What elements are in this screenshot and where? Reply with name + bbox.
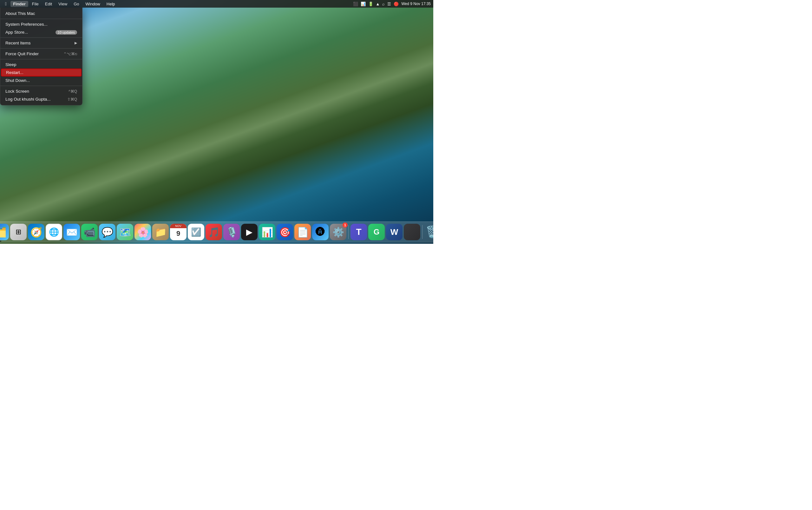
menu-forcequit-shortcut: ⌃⌥⌘⎋ bbox=[63, 52, 77, 56]
dock-launchpad[interactable]: ⊞ bbox=[10, 224, 27, 240]
dock-numbers[interactable]: 📊 bbox=[259, 224, 275, 240]
menu-restart[interactable]: Restart... bbox=[1, 68, 82, 77]
menubar:  Finder File Edit View Go Window Help ⬛… bbox=[0, 0, 433, 8]
finder-icon: 🗂️ bbox=[0, 227, 7, 238]
wifi-icon[interactable]: ▲ bbox=[376, 2, 380, 6]
menu-logout-shortcut: ⇧⌘Q bbox=[67, 97, 77, 102]
menu-sysprefs-label: System Preferences... bbox=[5, 22, 77, 27]
menu-appstore-badge: 10 updates bbox=[56, 30, 77, 35]
dock-trash[interactable]: 🗑️ bbox=[424, 224, 433, 240]
dock-chrome[interactable]: 🌐 bbox=[46, 224, 62, 240]
menubar-window[interactable]: Window bbox=[83, 1, 103, 7]
menu-force-quit[interactable]: Force Quit Finder ⌃⌥⌘⎋ bbox=[0, 50, 82, 58]
dock-podcasts[interactable]: 🎙️ bbox=[223, 224, 240, 240]
menu-logout[interactable]: Log Out khushi Gupta... ⇧⌘Q bbox=[0, 95, 82, 103]
menubar-file[interactable]: File bbox=[30, 1, 41, 7]
menu-app-store[interactable]: App Store... 10 updates bbox=[0, 28, 82, 36]
appletv-icon: ▶ bbox=[246, 227, 252, 237]
menu-shutdown-label: Shut Down... bbox=[5, 78, 77, 83]
controlcenter-icon[interactable]: ☰ bbox=[387, 2, 391, 6]
menubar-finder[interactable]: Finder bbox=[10, 1, 28, 7]
dock-music[interactable]: 🎵 bbox=[206, 224, 222, 240]
dock-reminders[interactable]: ☑️ bbox=[188, 224, 204, 240]
dock-files[interactable]: 📁 bbox=[152, 224, 169, 240]
calendar-header-label: NOV bbox=[170, 224, 186, 228]
siri-icon[interactable]: 🔴 bbox=[394, 2, 399, 6]
dock-greader[interactable]: G bbox=[368, 224, 385, 240]
menu-forcequit-label: Force Quit Finder bbox=[5, 51, 63, 56]
dock-divider-2 bbox=[422, 225, 422, 239]
keynote-icon: 🎯 bbox=[279, 227, 291, 238]
menubar-view[interactable]: View bbox=[56, 1, 70, 7]
menu-shutdown[interactable]: Shut Down... bbox=[0, 77, 82, 84]
battery-icon[interactable]: 🔋 bbox=[368, 2, 373, 6]
apple-menu-button[interactable]:  bbox=[3, 1, 9, 7]
dock-systemprefs[interactable]: ⚙️ 1 bbox=[330, 224, 347, 240]
word-icon: W bbox=[390, 227, 398, 237]
finder-running-dot bbox=[0, 240, 1, 242]
podcasts-icon: 🎙️ bbox=[226, 227, 238, 238]
dock-word[interactable]: W bbox=[386, 224, 402, 240]
menu-system-preferences[interactable]: System Preferences... bbox=[0, 20, 82, 28]
photos-icon: 🌸 bbox=[137, 227, 149, 238]
trash-icon: 🗑️ bbox=[426, 225, 433, 239]
menu-restart-label: Restart... bbox=[6, 70, 77, 75]
appstore-icon: 🅐 bbox=[315, 227, 325, 237]
menu-separator-2 bbox=[0, 37, 82, 38]
dock-keynote[interactable]: 🎯 bbox=[277, 224, 293, 240]
display-icon[interactable]: 📊 bbox=[361, 2, 366, 6]
music-icon: 🎵 bbox=[208, 227, 220, 238]
dock-appletv[interactable]: ▶ bbox=[241, 224, 258, 240]
dock-mail[interactable]: ✉️ bbox=[63, 224, 80, 240]
menubar-go[interactable]: Go bbox=[71, 1, 82, 7]
menu-lock-screen[interactable]: Lock Screen ^⌘Q bbox=[0, 87, 82, 95]
dock-calendar[interactable]: NOV 9 bbox=[170, 224, 186, 240]
mail-icon: ✉️ bbox=[66, 227, 78, 238]
systemprefs-badge: 1 bbox=[342, 223, 348, 228]
menubar-right: ⬛ 📊 🔋 ▲ ⌕ ☰ 🔴 Wed 9 Nov 17:35 bbox=[353, 2, 431, 6]
search-icon[interactable]: ⌕ bbox=[382, 2, 385, 6]
pages-icon: 📄 bbox=[297, 227, 309, 238]
facetime-icon: 📹 bbox=[84, 227, 95, 238]
menu-sleep-label: Sleep bbox=[5, 62, 77, 67]
dock-messages[interactable]: 💬 bbox=[99, 224, 116, 240]
dock-facetime[interactable]: 📹 bbox=[81, 224, 98, 240]
dock: 🗂️ ⊞ 🧭 🌐 ✉️ 📹 💬 🗺️ 🌸 📁 NOV 9 ☑️ 🎵 bbox=[0, 222, 433, 243]
clock: Wed 9 Nov 17:35 bbox=[401, 2, 431, 6]
systemprefs-icon: ⚙️ bbox=[332, 227, 344, 238]
menu-about-label: About This Mac bbox=[5, 11, 77, 16]
menu-logout-label: Log Out khushi Gupta... bbox=[5, 97, 67, 102]
menu-recent-items[interactable]: Recent Items ▶ bbox=[0, 39, 82, 47]
dock-divider bbox=[348, 225, 349, 239]
dock-maps[interactable]: 🗺️ bbox=[117, 224, 133, 240]
safari-icon: 🧭 bbox=[30, 227, 42, 238]
menu-recent-label: Recent Items bbox=[5, 40, 74, 46]
camera-icon[interactable]: ⬛ bbox=[353, 2, 358, 6]
apple-dropdown-menu: About This Mac System Preferences... App… bbox=[0, 8, 83, 105]
numbers-icon: 📊 bbox=[261, 227, 273, 238]
dock-mc[interactable] bbox=[404, 224, 420, 240]
menubar-help[interactable]: Help bbox=[104, 1, 118, 7]
menu-about-this-mac[interactable]: About This Mac bbox=[0, 9, 82, 18]
launchpad-icon: ⊞ bbox=[16, 228, 21, 236]
submenu-arrow-icon: ▶ bbox=[74, 41, 77, 45]
dock-pages[interactable]: 📄 bbox=[294, 224, 311, 240]
files-icon: 📁 bbox=[155, 227, 167, 238]
reminders-icon: ☑️ bbox=[191, 227, 201, 237]
menu-separator-3 bbox=[0, 48, 82, 49]
chrome-icon: 🌐 bbox=[49, 227, 59, 237]
menu-appstore-label: App Store... bbox=[5, 30, 53, 35]
menu-lock-shortcut: ^⌘Q bbox=[68, 89, 77, 94]
menu-sleep[interactable]: Sleep bbox=[0, 61, 82, 68]
dock-safari[interactable]: 🧭 bbox=[28, 224, 44, 240]
menubar-edit[interactable]: Edit bbox=[42, 1, 55, 7]
dock-appstore[interactable]: 🅐 bbox=[312, 224, 329, 240]
menu-separator-5 bbox=[0, 86, 82, 86]
calendar-day-label: 9 bbox=[176, 230, 180, 237]
messages-icon: 💬 bbox=[101, 227, 113, 238]
dock-finder[interactable]: 🗂️ bbox=[0, 224, 9, 240]
dock-teams[interactable]: T bbox=[351, 224, 367, 240]
teams-icon: T bbox=[356, 227, 361, 237]
dock-photos[interactable]: 🌸 bbox=[134, 224, 151, 240]
maps-icon: 🗺️ bbox=[119, 227, 131, 238]
